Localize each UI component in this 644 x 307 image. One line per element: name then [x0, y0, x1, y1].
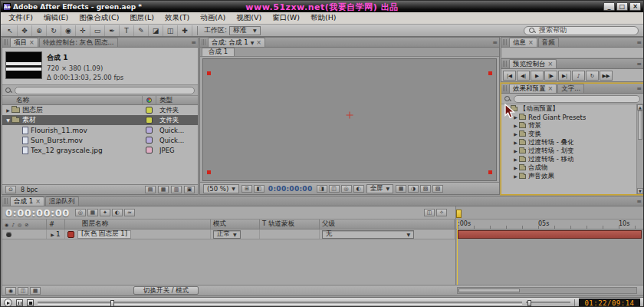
menu-item[interactable]: 图层(L) [124, 12, 159, 24]
pixel-aspect-icon[interactable]: ▦ [396, 185, 406, 193]
show-channel-icon[interactable]: ◎ [341, 185, 352, 193]
interpret-footage-icon[interactable]: ⊙ [5, 186, 16, 193]
help-search-input[interactable]: 搜索帮助 [524, 26, 639, 35]
current-time-indicator-line[interactable] [457, 220, 458, 285]
twirl-icon[interactable]: ▶ [512, 173, 519, 179]
frame-blend-icon[interactable]: ✦ [100, 209, 110, 216]
label-color-swatch[interactable] [146, 137, 153, 144]
timeline-button-icon[interactable]: ▧ [420, 185, 431, 193]
panel-grip[interactable] [4, 39, 8, 45]
scrollbar-thumb[interactable] [638, 111, 642, 140]
project-item-row[interactable]: Flourish_11.mov Quick... [2, 125, 198, 135]
player-volume-handle[interactable] [527, 300, 531, 306]
show-snapshot-icon[interactable]: ◫ [329, 185, 340, 193]
player-volume-track[interactable] [526, 302, 570, 304]
quality-icon[interactable]: ◎ [75, 209, 86, 216]
audio-toggle[interactable]: ♪ [572, 71, 585, 81]
motion-blur-icon[interactable]: ◐ [112, 209, 123, 216]
last-frame-button[interactable]: ▶| [558, 71, 571, 81]
grid-guides-icon[interactable]: ⊞ [242, 185, 252, 193]
player-play-button[interactable] [4, 299, 12, 307]
layer-duration-bar[interactable] [458, 230, 642, 239]
twirl-icon[interactable]: ▼ [5, 117, 12, 123]
loop-toggle[interactable]: ↻ [586, 71, 599, 81]
effects-tree-row[interactable]: ▶ Red Giant Presets [501, 113, 636, 121]
label-color-swatch[interactable] [146, 127, 153, 134]
player-pause-button[interactable] [16, 299, 23, 306]
scroll-down-icon[interactable]: ▼ [637, 188, 643, 194]
corner-handle-bottom-right[interactable] [488, 170, 492, 174]
tab-timeline-comp[interactable]: 合成 1 × [10, 196, 44, 206]
column-label-color[interactable] [143, 96, 156, 104]
tab-aud[interactable]: 音频 [538, 38, 559, 47]
player-progress-track[interactable] [38, 302, 522, 305]
column-number[interactable]: # [47, 220, 65, 229]
timeline-horizontal-scrollbar[interactable] [457, 287, 637, 294]
menu-item[interactable]: 视图(V) [231, 12, 267, 24]
expand-inout-icon[interactable]: ▦ [30, 287, 41, 295]
workspace-select[interactable]: 标准 ▼ [229, 26, 261, 35]
menu-item[interactable]: 帮助(H) [305, 12, 342, 24]
twirl-icon[interactable]: ▶ [512, 123, 519, 128]
twirl-icon[interactable]: ▶ [512, 140, 519, 145]
eye-icon[interactable] [6, 232, 12, 237]
menu-item[interactable]: 效果(T) [159, 12, 195, 24]
twirl-icon[interactable]: ▶ [512, 157, 519, 162]
time-ruler-top[interactable] [455, 206, 643, 219]
column-mode[interactable]: 模式 [211, 220, 260, 229]
panel-menu-icon[interactable]: ≡ [492, 39, 498, 46]
menu-item[interactable]: 文件(F) [3, 12, 38, 24]
twirl-icon[interactable]: ▶ [49, 232, 56, 237]
video-column-icon[interactable]: ◉ [5, 222, 8, 227]
anchor-point-crosshair-icon[interactable] [347, 111, 353, 118]
flowchart-button-icon[interactable]: ▨ [432, 185, 443, 193]
layer-name[interactable]: [灰色 固态层 1] [77, 230, 131, 239]
timeline-track-area[interactable] [455, 229, 643, 285]
color-depth-indicator[interactable]: 8 bpc [18, 187, 40, 193]
close-icon[interactable]: × [548, 86, 554, 92]
ram-preview-button[interactable]: ▶▶ [600, 71, 613, 81]
tab-effects-presets[interactable]: 效果和预置 × [509, 84, 557, 93]
zoom-select[interactable]: (50 %) ▼ [203, 184, 239, 193]
tab-preview[interactable]: 预览控制台 × [509, 59, 557, 68]
column-name[interactable]: 名称 [2, 96, 143, 104]
rotate-tool-icon[interactable]: ↻ [47, 25, 61, 36]
menu-item[interactable]: 动画(A) [195, 12, 231, 24]
lock-column-icon[interactable]: ⊘ [25, 222, 28, 227]
effects-tree-row[interactable]: ▶ 过渡转场 - 移动 [501, 155, 636, 163]
effects-scrollbar[interactable]: ▲ ▼ [636, 104, 643, 194]
effects-tree-row[interactable]: ▼ 【动画预置】 [501, 104, 636, 113]
label-color-swatch[interactable] [146, 117, 153, 124]
pen-tool-icon[interactable]: ✒ [105, 25, 120, 36]
label-color-swatch[interactable] [146, 107, 153, 114]
project-item-row[interactable]: Sun_Burst.mov Quick... [2, 135, 198, 145]
clone-stamp-tool-icon[interactable]: ◪ [149, 25, 163, 36]
parent-select[interactable]: 无 ▼ [322, 230, 414, 239]
tab-character[interactable]: 文字... [557, 84, 584, 93]
brainstorm-icon[interactable]: ✧ [436, 209, 447, 216]
close-button[interactable]: × [629, 2, 641, 11]
next-frame-button[interactable]: |▶ [544, 71, 557, 81]
selection-tool-icon[interactable]: ↖ [3, 25, 18, 36]
previous-frame-button[interactable]: ◀| [517, 71, 530, 81]
panel-menu-icon[interactable]: ≡ [636, 85, 642, 92]
scrollbar-thumb[interactable] [458, 289, 520, 292]
play-button[interactable]: ▶ [531, 71, 544, 81]
panel-menu-icon[interactable]: ≡ [636, 61, 642, 68]
blend-mode-select[interactable]: 正常 ▼ [213, 230, 241, 239]
expand-modes-icon[interactable]: ◫ [18, 287, 28, 295]
snapshot-icon[interactable]: ◨ [317, 185, 327, 193]
panel-grip[interactable] [202, 39, 206, 45]
project-item-row[interactable]: ▼ 素材 文件夹 [2, 115, 198, 125]
expand-switches-icon[interactable]: ◉ [5, 287, 16, 295]
tab-info[interactable]: 信息 × [509, 38, 537, 47]
panel-grip[interactable] [503, 85, 508, 91]
shy-layers-icon[interactable]: ▦ [87, 209, 98, 216]
effects-tree-row[interactable]: ▶ 变换 [501, 130, 636, 138]
effects-tree-row[interactable]: ▶ 过渡转场 - 叠化 [501, 138, 636, 147]
mask-visibility-icon[interactable]: ◧ [254, 185, 264, 193]
solo-column-icon[interactable]: ◎ [18, 222, 21, 227]
project-item-row[interactable]: Tex_12 grayscale.jpg JPEG [2, 145, 198, 155]
project-item-row[interactable]: ▶ 固态层 文件夹 [2, 105, 198, 115]
composition-view-tab[interactable]: 合成 1 [202, 48, 235, 56]
